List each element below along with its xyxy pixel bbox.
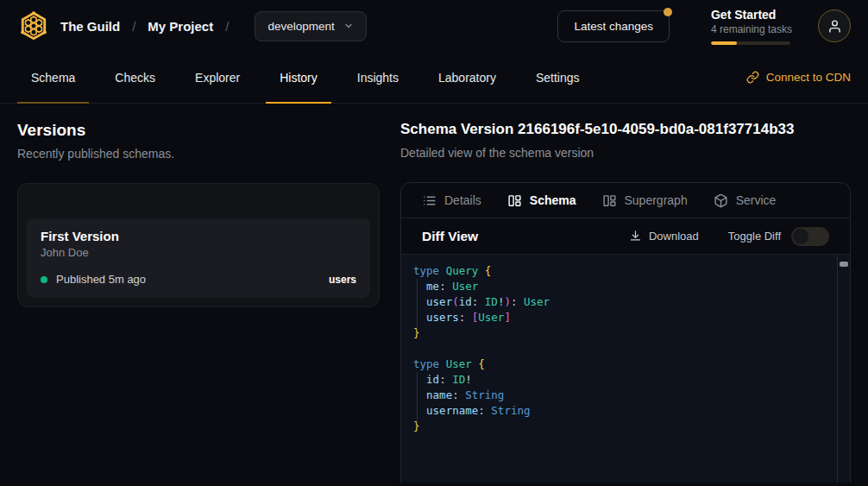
download-icon [629, 230, 642, 243]
breadcrumb-project[interactable]: My Project [148, 19, 213, 34]
get-started-progressbar [711, 41, 790, 45]
scrollbar-thumb[interactable] [840, 262, 848, 267]
breadcrumb-separator: / [132, 19, 135, 34]
breadcrumb-org[interactable]: The Guild [60, 19, 120, 34]
tab-laboratory[interactable]: Laboratory [425, 52, 510, 103]
get-started-title: Get Started [711, 8, 792, 22]
breadcrumb-separator: / [225, 19, 229, 34]
columns-icon [602, 193, 617, 208]
user-avatar[interactable] [818, 9, 851, 42]
detail-tab-label: Supergraph [625, 193, 688, 207]
main-content: Versions Recently published schemas. Fir… [0, 104, 868, 486]
tab-label: History [280, 71, 318, 85]
indent-guide [417, 372, 418, 424]
target-selector[interactable]: development [255, 11, 366, 41]
tab-history[interactable]: History [266, 52, 331, 103]
get-started-widget[interactable]: Get Started 4 remaining tasks [711, 8, 792, 45]
download-label: Download [649, 230, 699, 243]
hive-logo[interactable] [17, 9, 50, 42]
detail-tabs: Details Schema Supergraph [401, 183, 850, 218]
tab-label: Settings [536, 71, 580, 85]
detail-tab-label: Service [736, 193, 777, 207]
detail-tab-label: Schema [530, 193, 576, 207]
cube-icon [714, 193, 728, 208]
versions-column: Versions Recently published schemas. Fir… [17, 121, 380, 483]
versions-list: First Version John Doe Published 5m ago … [17, 183, 380, 307]
tab-checks[interactable]: Checks [101, 52, 169, 103]
tab-label: Explorer [195, 71, 240, 85]
schema-code-viewer: type Query { me: User user(id: ID!): Use… [401, 255, 850, 483]
connect-to-cdn-button[interactable]: Connect to CDN [746, 52, 851, 103]
service-badge: users [329, 274, 356, 286]
tab-label: Checks [115, 71, 155, 85]
code-scrollbar [837, 255, 850, 483]
version-list-item[interactable]: First Version John Doe Published 5m ago … [27, 218, 370, 298]
versions-subtitle: Recently published schemas. [17, 147, 380, 161]
chevron-down-icon [343, 21, 354, 31]
tab-schema[interactable]: Schema [17, 52, 89, 103]
tab-label: Schema [31, 71, 75, 85]
get-started-subtitle: 4 remaining tasks [711, 23, 792, 35]
notification-dot [664, 8, 672, 16]
detail-tab-service[interactable]: Service [714, 193, 777, 208]
detail-tab-schema[interactable]: Schema [507, 193, 576, 208]
target-selector-value: development [267, 20, 334, 33]
user-icon [827, 19, 842, 34]
detail-tab-label: Details [444, 193, 481, 207]
version-name: First Version [41, 229, 356, 243]
columns-icon [507, 193, 522, 208]
schema-version-title: Schema Version 2166196f-5e10-4059-bd0a-0… [400, 121, 851, 138]
top-header: The Guild / My Project / development Lat… [0, 0, 868, 52]
tab-settings[interactable]: Settings [522, 52, 594, 103]
schema-version-subtitle: Detailed view of the schema version [400, 146, 851, 160]
diff-view-title: Diff View [422, 229, 478, 244]
toggle-diff-switch[interactable] [791, 227, 829, 246]
target-navbar: Schema Checks Explorer History Insights … [0, 52, 868, 104]
indent-guide [417, 279, 418, 331]
diff-view-header: Diff View Download Toggle Diff [401, 218, 850, 255]
connect-to-cdn-label: Connect to CDN [766, 71, 851, 84]
download-button[interactable]: Download [629, 230, 699, 243]
latest-changes-button[interactable]: Latest changes [557, 10, 670, 42]
published-status-dot [41, 276, 47, 283]
toggle-diff-label: Toggle Diff [728, 230, 781, 243]
version-detail-panel: Details Schema Supergraph [400, 182, 851, 483]
latest-changes-label: Latest changes [574, 20, 653, 33]
version-status: Published 5m ago [56, 273, 146, 286]
code-lines: type Query { me: User user(id: ID!): Use… [401, 255, 850, 443]
version-detail-column: Schema Version 2166196f-5e10-4059-bd0a-0… [400, 121, 851, 483]
tab-label: Laboratory [438, 71, 496, 85]
detail-tab-supergraph[interactable]: Supergraph [602, 193, 688, 208]
tab-explorer[interactable]: Explorer [181, 52, 254, 103]
detail-tab-details[interactable]: Details [422, 193, 481, 208]
tab-label: Insights [357, 71, 399, 85]
switch-knob [793, 229, 808, 244]
list-icon [422, 193, 437, 208]
versions-title: Versions [17, 121, 380, 140]
version-author: John Doe [41, 246, 356, 259]
tab-insights[interactable]: Insights [343, 52, 412, 103]
progress-fill [711, 41, 737, 45]
link-icon [746, 71, 759, 84]
